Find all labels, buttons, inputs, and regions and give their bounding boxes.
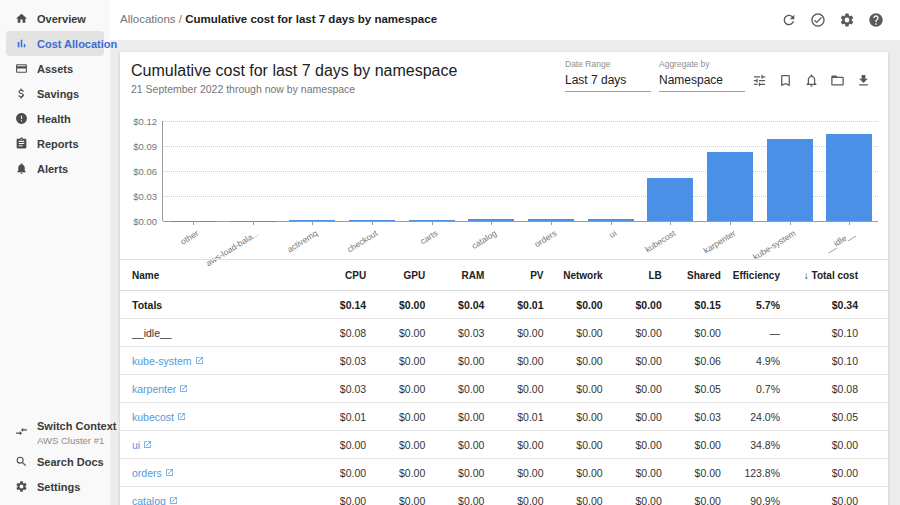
namespace-link[interactable]: catalog: [132, 495, 178, 505]
row-cell: $0.34: [780, 299, 858, 311]
download-icon[interactable]: [856, 73, 871, 88]
row-name[interactable]: ui: [132, 439, 307, 451]
namespace-link[interactable]: karpenter: [132, 383, 188, 395]
row-cell: $0.00: [425, 383, 484, 395]
row-cell: $0.00: [603, 439, 662, 451]
x-axis-tick: [312, 221, 313, 225]
bookmark-icon[interactable]: [778, 73, 793, 88]
cumulative-cost-chart: $0.00$0.03$0.06$0.09$0.12otheraws-load-b…: [120, 121, 888, 261]
current-cluster-label: AWS Cluster #1: [37, 435, 116, 446]
row-cell: $0.00: [544, 383, 603, 395]
home-icon: [15, 12, 28, 25]
row-cell: $0.00: [307, 439, 366, 451]
bar-chart-icon: [15, 37, 28, 50]
external-link-icon: [143, 440, 152, 449]
table-row-karpenter: karpenter$0.03$0.00$0.00$0.00$0.00$0.00$…: [120, 375, 888, 403]
filters-icon[interactable]: [752, 73, 767, 88]
search-docs-label: Search Docs: [37, 456, 104, 468]
row-cell: $0.00: [544, 439, 603, 451]
column-header-efficiency[interactable]: Efficiency: [721, 270, 780, 281]
row-cell: $0.00: [366, 327, 425, 339]
namespace-link[interactable]: orders: [132, 467, 174, 479]
row-cell: $0.00: [603, 495, 662, 505]
help-icon[interactable]: [868, 12, 884, 28]
date-range-select[interactable]: Date Range Last 7 days: [565, 59, 651, 92]
settings-label: Settings: [37, 481, 80, 493]
chart-bar[interactable]: [826, 134, 872, 221]
report-card: Cumulative cost for last 7 days by names…: [120, 52, 888, 505]
row-cell: $0.00: [366, 411, 425, 423]
row-cell: $0.00: [366, 383, 425, 395]
row-cell: $0.00: [780, 439, 858, 451]
row-cell: $0.03: [425, 327, 484, 339]
breadcrumb-page: Cumulative cost for last 7 days by names…: [185, 13, 437, 25]
row-cell: 0.7%: [721, 383, 780, 395]
sort-desc-icon: ↓: [804, 270, 809, 281]
external-link-icon: [165, 468, 174, 477]
row-cell: 5.7%: [721, 299, 780, 311]
column-header-total-cost[interactable]: ↓ Total cost: [780, 270, 858, 281]
row-cell: $0.03: [307, 383, 366, 395]
namespace-link[interactable]: kubecost: [132, 411, 186, 423]
allocation-table: NameCPUGPURAMPVNetworkLBSharedEfficiency…: [120, 259, 888, 505]
sidebar-item-assets[interactable]: Assets: [6, 56, 104, 81]
row-name[interactable]: karpenter: [132, 383, 307, 395]
chart-bar[interactable]: [647, 178, 693, 221]
column-header-pv[interactable]: PV: [484, 270, 543, 281]
column-header-cpu[interactable]: CPU: [307, 270, 366, 281]
chart-bar[interactable]: [767, 139, 813, 221]
sidebar-item-label: Overview: [37, 13, 86, 25]
row-name[interactable]: kube-system: [132, 355, 307, 367]
x-axis-tick: [372, 221, 373, 225]
column-header-gpu[interactable]: GPU: [366, 270, 425, 281]
namespace-link[interactable]: ui: [132, 439, 152, 451]
row-cell: $0.08: [307, 327, 366, 339]
sidebar-item-alerts[interactable]: Alerts: [6, 156, 104, 181]
sidebar-item-settings[interactable]: Settings: [6, 474, 104, 499]
sidebar-item-search-docs[interactable]: Search Docs: [6, 449, 104, 474]
row-name: __idle__: [132, 327, 307, 339]
sidebar-item-health[interactable]: Health: [6, 106, 104, 131]
sidebar-item-savings[interactable]: Savings: [6, 81, 104, 106]
sidebar-item-overview[interactable]: Overview: [6, 6, 104, 31]
row-cell: $0.00: [544, 495, 603, 505]
row-name[interactable]: catalog: [132, 495, 307, 505]
row-cell: $0.00: [366, 299, 425, 311]
sidebar-item-switch-context[interactable]: Switch Context AWS Cluster #1: [6, 413, 104, 449]
column-header-name[interactable]: Name: [132, 270, 307, 281]
chart-bar[interactable]: [707, 152, 753, 221]
refresh-icon[interactable]: [781, 12, 797, 28]
external-link-icon: [195, 356, 204, 365]
row-cell: $0.00: [307, 495, 366, 505]
gear-icon[interactable]: [839, 12, 855, 28]
row-name[interactable]: kubecost: [132, 411, 307, 423]
row-cell: 34.8%: [721, 439, 780, 451]
folder-icon[interactable]: [830, 73, 845, 88]
row-name[interactable]: orders: [132, 467, 307, 479]
sidebar-item-cost-allocation[interactable]: Cost Allocation: [6, 31, 104, 56]
page-title: Cumulative cost for last 7 days by names…: [131, 62, 457, 80]
column-header-ram[interactable]: RAM: [425, 270, 484, 281]
health-icon: [15, 112, 28, 125]
column-header-lb[interactable]: LB: [603, 270, 662, 281]
column-header-network[interactable]: Network: [544, 270, 603, 281]
column-header-shared[interactable]: Shared: [662, 270, 721, 281]
x-axis-tick: [193, 221, 194, 225]
check-circle-icon[interactable]: [810, 12, 826, 28]
row-cell: $0.14: [307, 299, 366, 311]
aggregate-by-select[interactable]: Aggregate by Namespace: [659, 59, 745, 92]
namespace-link[interactable]: kube-system: [132, 355, 204, 367]
row-cell: 24.0%: [721, 411, 780, 423]
row-cell: 90.9%: [721, 495, 780, 505]
sidebar-item-reports[interactable]: Reports: [6, 131, 104, 156]
row-cell: $0.01: [484, 299, 543, 311]
external-link-icon: [179, 384, 188, 393]
row-cell: 123.8%: [721, 467, 780, 479]
chart-plot: $0.00$0.03$0.06$0.09$0.12otheraws-load-b…: [162, 121, 878, 221]
sidebar-item-label: Savings: [37, 88, 79, 100]
row-cell: $0.00: [662, 467, 721, 479]
row-cell: $0.00: [484, 439, 543, 451]
y-axis-tick-label: $0.09: [121, 141, 157, 152]
breadcrumb-section[interactable]: Allocations: [120, 13, 176, 25]
alerts-bell-icon[interactable]: [804, 73, 819, 88]
